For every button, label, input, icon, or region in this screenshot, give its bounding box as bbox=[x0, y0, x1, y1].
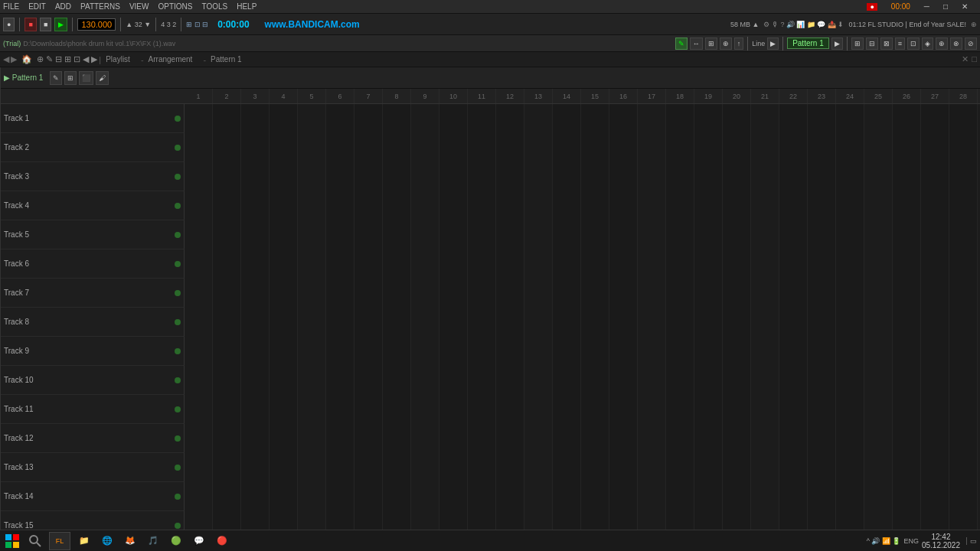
grid-cell-6-20[interactable] bbox=[723, 249, 751, 279]
grid-cell-3-15[interactable] bbox=[581, 162, 609, 191]
grid-cell-15-4[interactable] bbox=[270, 511, 298, 530]
grid-cell-4-16[interactable] bbox=[609, 191, 638, 220]
grid-cell-11-11[interactable] bbox=[468, 395, 496, 424]
arr-select[interactable]: ⊞ bbox=[64, 71, 77, 85]
grid-cell-1-4[interactable] bbox=[270, 104, 298, 133]
grid-cell-1-5[interactable] bbox=[298, 104, 326, 133]
nav-float[interactable]: □ bbox=[972, 54, 977, 64]
grid-cell-15-25[interactable] bbox=[864, 511, 893, 530]
grid-cell-4-14[interactable] bbox=[553, 191, 581, 220]
grid-cell-9-21[interactable] bbox=[751, 337, 779, 366]
grid-cell-3-25[interactable] bbox=[864, 162, 893, 191]
grid-cell-11-14[interactable] bbox=[553, 395, 581, 424]
grid-cell-2-20[interactable] bbox=[723, 133, 751, 162]
menu-edit[interactable]: EDIT bbox=[28, 2, 46, 11]
new-btn[interactable]: ● bbox=[3, 18, 15, 31]
menu-options[interactable]: OPTIONS bbox=[158, 2, 192, 11]
grid-cell-9-1[interactable] bbox=[185, 337, 213, 366]
grid-cell-5-6[interactable] bbox=[326, 220, 354, 249]
grid-cell-2-19[interactable] bbox=[694, 133, 723, 162]
grid-cell-13-2[interactable] bbox=[213, 453, 241, 482]
grid-cell-8-20[interactable] bbox=[723, 308, 751, 337]
grid-cell-10-8[interactable] bbox=[383, 366, 411, 395]
grid-cell-15-24[interactable] bbox=[836, 511, 864, 530]
grid-cell-13-23[interactable] bbox=[808, 453, 836, 482]
menu-add[interactable]: ADD bbox=[55, 2, 71, 11]
track-dot-7[interactable] bbox=[175, 290, 181, 296]
track-dot-1[interactable] bbox=[175, 116, 181, 122]
grid-cell-6-4[interactable] bbox=[270, 249, 298, 279]
grid-cell-10-21[interactable] bbox=[751, 366, 779, 395]
bpm-display[interactable]: 130.000 bbox=[77, 18, 116, 31]
grid-cell-8-23[interactable] bbox=[808, 308, 836, 337]
grid-cell-8-28[interactable] bbox=[949, 308, 978, 337]
grid-cell-1-8[interactable] bbox=[383, 104, 411, 133]
grid-cell-4-7[interactable] bbox=[354, 191, 383, 220]
grid-cell-6-25[interactable] bbox=[864, 249, 893, 279]
grid-cell-9-20[interactable] bbox=[723, 337, 751, 366]
grid-cell-12-23[interactable] bbox=[808, 424, 836, 453]
grid-cell-10-18[interactable] bbox=[666, 366, 694, 395]
grid-cell-6-9[interactable] bbox=[411, 249, 439, 279]
grid-cell-3-5[interactable] bbox=[298, 162, 326, 191]
grid-cell-11-10[interactable] bbox=[439, 395, 468, 424]
taskbar-fl-studio[interactable]: FL bbox=[49, 532, 70, 550]
fx2-btn[interactable]: ⊘ bbox=[965, 37, 977, 50]
grid-cell-10-7[interactable] bbox=[354, 366, 383, 395]
menu-file[interactable]: FILE bbox=[3, 2, 19, 11]
grid-cell-5-3[interactable] bbox=[241, 220, 270, 249]
grid-cell-12-7[interactable] bbox=[354, 424, 383, 453]
grid-cell-11-9[interactable] bbox=[411, 395, 439, 424]
grid-cell-4-19[interactable] bbox=[694, 191, 723, 220]
grid-cell-15-2[interactable] bbox=[213, 511, 241, 530]
grid-cell-7-14[interactable] bbox=[553, 279, 581, 308]
grid-cell-1-24[interactable] bbox=[836, 104, 864, 133]
grid-cell-1-10[interactable] bbox=[439, 104, 468, 133]
grid-cell-5-8[interactable] bbox=[383, 220, 411, 249]
grid-cell-10-15[interactable] bbox=[581, 366, 609, 395]
detach-btn[interactable]: ↑ bbox=[734, 37, 744, 50]
track-dot-10[interactable] bbox=[175, 377, 181, 383]
grid-cell-3-23[interactable] bbox=[808, 162, 836, 191]
grid-cell-14-14[interactable] bbox=[553, 482, 581, 511]
arr-paint[interactable]: 🖌 bbox=[96, 71, 109, 85]
grid-cell-4-21[interactable] bbox=[751, 191, 779, 220]
grid-cell-1-13[interactable] bbox=[524, 104, 553, 133]
grid-cell-6-27[interactable] bbox=[921, 249, 949, 279]
tab-pattern[interactable]: Pattern 1 bbox=[207, 54, 245, 65]
grid-cell-13-28[interactable] bbox=[949, 453, 978, 482]
grid-cell-11-5[interactable] bbox=[298, 395, 326, 424]
grid-cell-12-14[interactable] bbox=[553, 424, 581, 453]
grid-cell-13-9[interactable] bbox=[411, 453, 439, 482]
grid-cell-6-18[interactable] bbox=[666, 249, 694, 279]
grid-cell-8-7[interactable] bbox=[354, 308, 383, 337]
grid-cell-1-27[interactable] bbox=[921, 104, 949, 133]
grid-cell-8-17[interactable] bbox=[638, 308, 666, 337]
grid-cell-15-6[interactable] bbox=[326, 511, 354, 530]
grid-cell-6-22[interactable] bbox=[779, 249, 808, 279]
grid-cell-1-19[interactable] bbox=[694, 104, 723, 133]
grid-cell-10-20[interactable] bbox=[723, 366, 751, 395]
grid-cell-14-17[interactable] bbox=[638, 482, 666, 511]
grid-cell-7-4[interactable] bbox=[270, 279, 298, 308]
grid-cell-14-23[interactable] bbox=[808, 482, 836, 511]
grid-cell-15-16[interactable] bbox=[609, 511, 638, 530]
grid-cell-2-16[interactable] bbox=[609, 133, 638, 162]
grid-cell-5-21[interactable] bbox=[751, 220, 779, 249]
grid-cell-11-2[interactable] bbox=[213, 395, 241, 424]
grid-cell-13-21[interactable] bbox=[751, 453, 779, 482]
grid-cell-8-18[interactable] bbox=[666, 308, 694, 337]
grid-cell-9-9[interactable] bbox=[411, 337, 439, 366]
track-dot-2[interactable] bbox=[175, 145, 181, 151]
menu-view[interactable]: VIEW bbox=[129, 2, 149, 11]
grid-cell-8-14[interactable] bbox=[553, 308, 581, 337]
grid-cell-13-6[interactable] bbox=[326, 453, 354, 482]
grid-cell-11-17[interactable] bbox=[638, 395, 666, 424]
grid-cell-6-23[interactable] bbox=[808, 249, 836, 279]
menu-patterns[interactable]: PATTERNS bbox=[80, 2, 120, 11]
grid-cell-13-26[interactable] bbox=[893, 453, 921, 482]
grid-cell-9-24[interactable] bbox=[836, 337, 864, 366]
grid-cell-12-20[interactable] bbox=[723, 424, 751, 453]
grid-cell-6-3[interactable] bbox=[241, 249, 270, 279]
grid-cell-3-11[interactable] bbox=[468, 162, 496, 191]
